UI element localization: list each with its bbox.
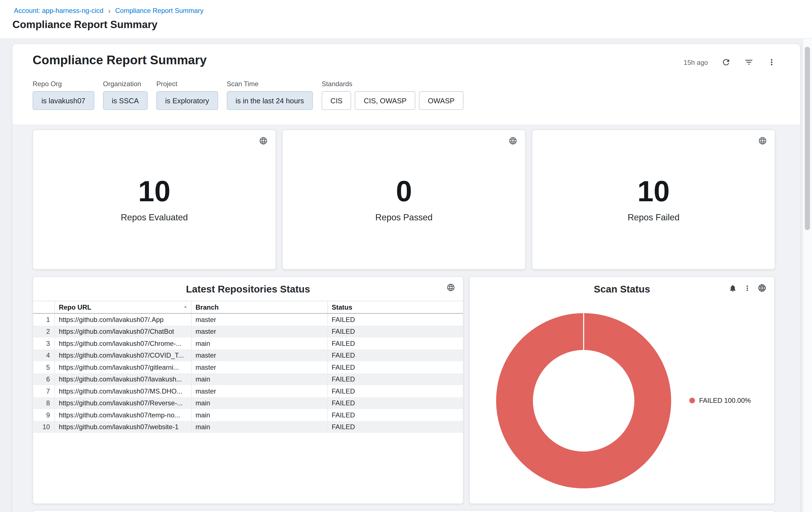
column-header-repo-url[interactable]: Repo URL: [54, 301, 191, 313]
table-row[interactable]: 10https://github.com/lavakush07/website-…: [33, 421, 463, 433]
last-refreshed-label: 15h ago: [684, 58, 708, 66]
column-header-branch[interactable]: Branch: [191, 301, 327, 313]
dashboard-canvas: 10 Repos Evaluated 0 Repos Passed 10 Rep…: [12, 124, 800, 512]
filter-chip-project[interactable]: is Exploratory: [156, 91, 218, 110]
repo-table: Repo URL Branch Status 1https://github.c…: [33, 301, 463, 433]
viewport: Account: app-harness-ng-cicd › Complianc…: [0, 0, 812, 512]
kpi-value: 0: [396, 176, 412, 207]
globe-icon[interactable]: [259, 136, 268, 147]
filter-scan-time: Scan Time is in the last 24 hours: [227, 80, 313, 110]
filter-chip-standard-owasp[interactable]: OWASP: [419, 91, 463, 110]
table-row[interactable]: 8https://github.com/lavakush07/Reverse-.…: [33, 397, 463, 409]
tile-actions: [729, 284, 766, 292]
globe-icon[interactable]: [509, 136, 517, 147]
tile-title: Latest Repositories Status: [33, 277, 463, 295]
column-header-status[interactable]: Status: [327, 301, 463, 313]
page-header: Account: app-harness-ng-cicd › Complianc…: [0, 0, 812, 39]
filter-organization: Organization is SSCA: [103, 80, 147, 110]
dashboard-panel: Compliance Report Summary 15h ago Repo O…: [12, 44, 800, 512]
legend-color-dot: [689, 398, 695, 403]
breadcrumb-account-link[interactable]: Account: app-harness-ng-cicd: [14, 7, 104, 15]
filter-chip-standard-cis[interactable]: CIS: [322, 91, 351, 110]
filter-bar: Repo Org is lavakush07 Organization is S…: [32, 80, 463, 110]
kpi-tile-repos-passed[interactable]: 0 Repos Passed: [282, 130, 526, 270]
globe-icon[interactable]: [758, 136, 767, 147]
globe-icon[interactable]: [758, 284, 766, 292]
dashboard-controls: 15h ago: [684, 57, 776, 67]
kpi-tile-repos-failed[interactable]: 10 Repos Failed: [532, 130, 775, 270]
sort-ascending-icon: [182, 304, 188, 312]
table-row[interactable]: 4https://github.com/lavakush07/COVID_T..…: [33, 349, 463, 361]
kpi-label: Repos Evaluated: [121, 213, 188, 223]
row-number-header: [33, 301, 54, 313]
table-row[interactable]: 3https://github.com/lavakush07/Chrome-..…: [33, 338, 463, 349]
table-row[interactable]: 2https://github.com/lavakush07/ChatBotma…: [33, 326, 463, 338]
filter-chip-standard-cis-owasp[interactable]: CIS, OWASP: [355, 91, 415, 110]
breadcrumb-separator-icon: ›: [108, 7, 111, 14]
filter-icon[interactable]: [744, 57, 753, 67]
kpi-value: 10: [138, 176, 171, 207]
filter-label: Project: [156, 80, 218, 87]
main-area: Compliance Report Summary 15h ago Repo O…: [0, 39, 812, 512]
legend-item-failed[interactable]: FAILED 100.00%: [689, 397, 751, 404]
donut-slice-boundary: [583, 313, 584, 351]
filter-standards: Standards CIS CIS, OWASP OWASP: [322, 80, 463, 110]
next-tile-partial: [32, 510, 775, 512]
page-title: Compliance Report Summary: [12, 19, 157, 30]
donut-chart-failed-slice[interactable]: [496, 313, 671, 488]
table-row[interactable]: 7https://github.com/lavakush07/MS.DHO...…: [33, 385, 463, 397]
scan-status-tile: Scan Status FAILED 100.00%: [469, 276, 775, 504]
latest-repositories-tile: Latest Repositories Status Repo URL: [32, 276, 463, 504]
more-options-icon[interactable]: [767, 57, 776, 67]
bell-icon[interactable]: [729, 284, 737, 292]
globe-icon[interactable]: [446, 283, 455, 294]
table-row[interactable]: 6https://github.com/lavakush07/lavakush.…: [33, 373, 463, 385]
filter-label: Repo Org: [32, 80, 94, 87]
filter-chip-scan-time[interactable]: is in the last 24 hours: [227, 91, 313, 110]
filter-chip-repo-org[interactable]: is lavakush07: [32, 91, 94, 110]
filter-project: Project is Exploratory: [156, 80, 218, 110]
kpi-value: 10: [637, 176, 670, 207]
filter-chip-organization[interactable]: is SSCA: [103, 91, 147, 110]
table-header-row: Repo URL Branch Status: [33, 301, 463, 313]
legend-label: FAILED 100.00%: [699, 397, 751, 404]
filter-label: Scan Time: [227, 80, 313, 87]
table-row[interactable]: 5https://github.com/lavakush07/gitlearni…: [33, 361, 463, 373]
filter-repo-org: Repo Org is lavakush07: [32, 80, 94, 110]
kpi-label: Repos Failed: [628, 213, 679, 223]
refresh-icon[interactable]: [721, 57, 731, 67]
filter-label: Standards: [322, 80, 463, 87]
scrollbar-thumb[interactable]: [805, 47, 810, 230]
kpi-label: Repos Passed: [375, 213, 433, 223]
more-options-icon[interactable]: [743, 284, 751, 292]
dashboard-title: Compliance Report Summary: [32, 53, 207, 68]
breadcrumb: Account: app-harness-ng-cicd › Complianc…: [14, 7, 204, 15]
app-window: Account: app-harness-ng-cicd › Complianc…: [0, 0, 812, 512]
kpi-tile-repos-evaluated[interactable]: 10 Repos Evaluated: [32, 130, 276, 270]
table-row[interactable]: 1https://github.com/lavakush07/.Appmaste…: [33, 314, 463, 326]
filter-label: Organization: [103, 80, 147, 87]
breadcrumb-current-link[interactable]: Compliance Report Summary: [115, 7, 204, 15]
table-row[interactable]: 9https://github.com/lavakush07/temp-no..…: [33, 409, 463, 421]
